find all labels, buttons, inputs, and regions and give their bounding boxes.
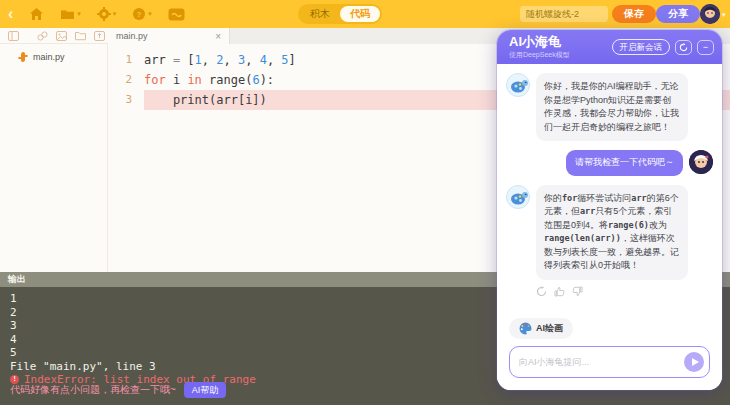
ask-input[interactable] [519,357,684,367]
chevron-down-icon: ▾ [148,10,152,18]
save-button[interactable]: 保存 [612,5,656,23]
ai-message: 你好，我是你的AI编程助手，无论你是想学Python知识还是需要创作灵感，我都会… [506,73,713,141]
sidebar-toggle-icon[interactable] [8,31,19,41]
chat-area[interactable]: 你好，我是你的AI编程助手，无论你是想学Python知识还是需要创作灵感，我都会… [497,64,722,312]
upload-icon[interactable] [94,31,105,41]
link-icon[interactable] [37,31,48,41]
tab-main-py[interactable]: main.py × [108,28,230,44]
chevron-down-icon: ▾ [77,10,81,18]
folder-icon[interactable] [75,31,86,41]
app-window: ‹ ▾ ▾ ? ▾ 积木 代码 随机螺旋线-2 保存 分享 ▾ [0,0,730,405]
ai-draw-label: AI绘画 [536,322,563,335]
send-icon [692,358,699,366]
line-number: 3 [108,90,144,110]
new-chat-button[interactable]: 开启新会话 [612,39,671,55]
mode-code-tab[interactable]: 代码 [340,6,380,22]
hint-text: 代码好像有点小问题，再检查一下哦~ [10,383,176,397]
file-tree: main.py [0,44,108,272]
file-item-main-py[interactable]: main.py [0,44,107,62]
send-button[interactable] [684,352,704,372]
back-icon[interactable]: ‹ [8,0,13,28]
message-actions [536,286,713,297]
user-message-bubble: 请帮我检查一下代码吧～ [566,150,683,176]
ai-panel-title: AI小海龟 [509,34,612,50]
ai-panel-subtitle: 使用DeepSeek模型 [509,50,612,59]
user-avatar [689,150,713,174]
help-menu[interactable]: ? ▾ [132,7,152,21]
user-message: 请帮我检查一下代码吧～ [506,150,713,176]
turtle-avatar [506,185,530,209]
image-icon[interactable] [56,31,67,41]
project-title-input[interactable]: 随机螺旋线-2 [520,6,608,22]
palette-icon [519,322,532,335]
ai-message-bubble: 你好，我是你的AI编程助手，无论你是想学Python知识还是需要创作灵感，我都会… [536,73,688,141]
tab-label: main.py [116,31,148,41]
share-button[interactable]: 分享 [656,5,700,23]
ai-reply-bubble: 你的for循环尝试访问arr的第6个元素，但arr只有5个元素，索引范围是0到4… [536,185,688,280]
minimize-icon[interactable]: − [697,40,714,55]
ai-panel-header: AI小海龟 使用DeepSeek模型 开启新会话 − [497,30,722,64]
home-icon[interactable] [29,7,44,21]
chevron-down-icon[interactable]: ▾ [722,11,726,19]
refresh-icon[interactable] [675,40,692,55]
avatar[interactable] [700,4,720,24]
regenerate-icon[interactable] [536,286,547,297]
line-number: 2 [108,70,144,90]
folder-menu[interactable]: ▾ [60,8,81,20]
mode-toggle: 积木 代码 [298,4,382,24]
ai-draw-chip[interactable]: AI绘画 [509,318,573,339]
topbar: ‹ ▾ ▾ ? ▾ 积木 代码 随机螺旋线-2 保存 分享 ▾ [0,0,730,28]
app-badge-icon[interactable] [168,8,185,21]
console-hint-row: 代码好像有点小问题，再检查一下哦~ AI帮助 [10,382,226,398]
ai-assistant-panel: AI小海龟 使用DeepSeek模型 开启新会话 − 你好，我是你的AI编程助手… [497,30,722,390]
settings-menu[interactable]: ▾ [97,7,117,21]
ask-input-box [509,346,710,378]
ai-panel-bottom: AI绘画 [497,312,722,390]
close-icon[interactable]: × [215,31,221,42]
editor-toolbar [0,28,108,44]
python-file-icon [18,52,28,62]
thumbs-up-icon[interactable] [554,286,565,297]
mode-blocks-tab[interactable]: 积木 [300,6,340,22]
svg-text:?: ? [137,10,142,19]
thumbs-down-icon[interactable] [572,286,583,297]
turtle-avatar [506,73,530,97]
ai-help-button[interactable]: AI帮助 [184,382,227,398]
chevron-down-icon: ▾ [113,10,117,18]
line-number: 1 [108,50,144,70]
ai-message: 你的for循环尝试访问arr的第6个元素，但arr只有5个元素，索引范围是0到4… [506,185,713,280]
file-name: main.py [33,52,65,62]
